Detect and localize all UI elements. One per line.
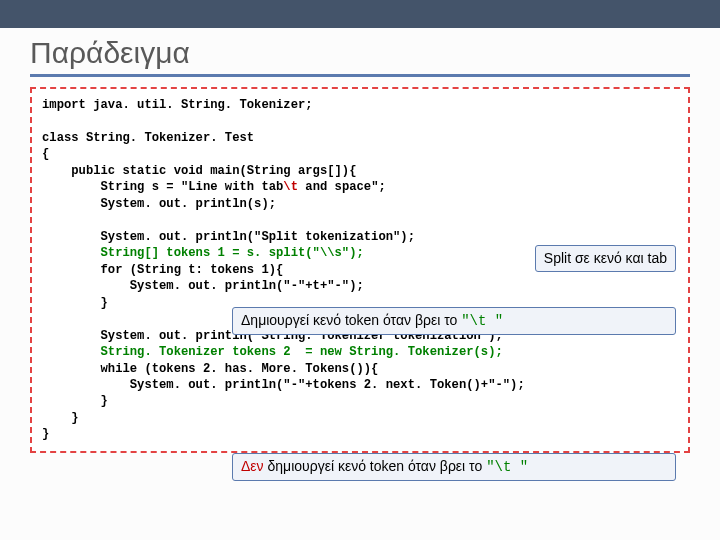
slide-title: Παράδειγμα <box>0 28 720 74</box>
code-block: import java. util. String. Tokenizer; cl… <box>30 87 690 453</box>
callout-no-empty: Δεν δημιουργεί κενό token όταν βρει το "… <box>232 453 676 481</box>
title-underline <box>30 74 690 77</box>
callout-creates-empty: Δημιουργεί κενό token όταν βρει το "\t " <box>232 307 676 335</box>
callout-split: Split σε κενό και tab <box>535 245 676 272</box>
header-bar <box>0 0 720 28</box>
